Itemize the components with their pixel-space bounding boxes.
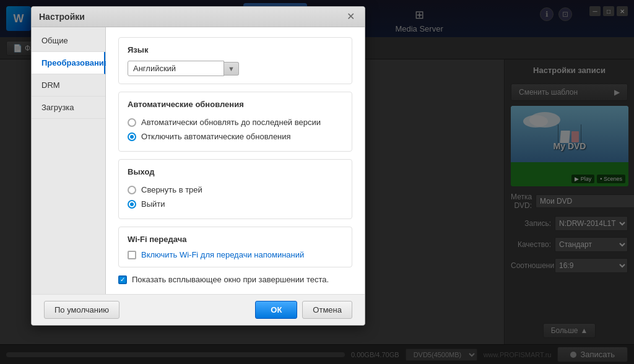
updates-auto-option[interactable]: Автоматически обновлять до последней вер…: [128, 118, 343, 127]
exit-quit-radio[interactable]: [128, 200, 136, 209]
sidebar-item-download[interactable]: Загрузка: [32, 97, 105, 119]
modal-overlay: Настройки ✕ Общие Преобразование DRM: [0, 0, 634, 364]
updates-auto-radio[interactable]: [128, 118, 136, 127]
exit-quit-label: Выйти: [141, 199, 165, 209]
dialog-header: Настройки ✕: [32, 7, 365, 27]
language-select[interactable]: Английский Русский: [128, 61, 224, 76]
dialog-body: Общие Преобразование DRM Загрузка: [32, 27, 365, 294]
wifi-section: Wi-Fi передача Включить Wi-Fi для переда…: [118, 227, 352, 267]
show-popup-label: Показать всплывающее окно при завершении…: [132, 275, 329, 284]
footer-right: ОК Отмена: [255, 301, 352, 319]
exit-section: Выход Свернуть в трей Выйти: [118, 159, 352, 219]
reset-defaults-button[interactable]: По умолчанию: [44, 301, 119, 319]
language-section: Язык Английский Русский ▼: [118, 37, 352, 84]
updates-auto-label: Автоматически обновлять до последней вер…: [141, 118, 321, 127]
updates-disable-radio[interactable]: [128, 132, 136, 141]
footer-left: По умолчанию: [44, 301, 119, 319]
exit-tray-label: Свернуть в трей: [141, 185, 202, 194]
updates-disable-option[interactable]: Отключить автоматические обновления: [128, 132, 343, 141]
wifi-section-title: Wi-Fi передача: [128, 235, 343, 244]
sidebar-item-drm[interactable]: DRM: [32, 74, 105, 97]
show-popup-item[interactable]: ✓ Показать всплывающее окно при завершен…: [118, 275, 352, 284]
wifi-checkbox-label[interactable]: Включить Wi-Fi для передачи напоминаний: [141, 250, 304, 259]
updates-section-title: Автоматические обновления: [128, 100, 343, 109]
exit-radio-group: Свернуть в трей Выйти: [128, 183, 343, 211]
dialog-footer: По умолчанию ОК Отмена: [32, 294, 365, 325]
sidebar-item-transform[interactable]: Преобразование: [32, 52, 105, 74]
exit-section-title: Выход: [128, 167, 343, 176]
wifi-checkbox-item[interactable]: Включить Wi-Fi для передачи напоминаний: [128, 250, 343, 259]
language-section-title: Язык: [128, 45, 343, 54]
cancel-button[interactable]: Отмена: [302, 301, 352, 319]
dialog-content: Язык Английский Русский ▼ Автоматические…: [106, 27, 365, 294]
dialog-title: Настройки: [39, 12, 85, 22]
show-popup-checkbox[interactable]: ✓: [118, 275, 127, 284]
ok-button[interactable]: ОК: [255, 301, 297, 319]
language-dropdown-arrow[interactable]: ▼: [224, 62, 239, 76]
updates-disable-label: Отключить автоматические обновления: [141, 132, 291, 141]
dialog-close-button[interactable]: ✕: [344, 12, 357, 22]
exit-tray-radio[interactable]: [128, 186, 136, 194]
exit-tray-option[interactable]: Свернуть в трей: [128, 185, 343, 194]
language-selector: Английский Русский ▼: [128, 61, 239, 76]
wifi-checkbox[interactable]: [128, 251, 136, 259]
updates-radio-group: Автоматически обновлять до последней вер…: [128, 115, 343, 144]
dialog-sidebar: Общие Преобразование DRM Загрузка: [32, 27, 106, 294]
updates-section: Автоматические обновления Автоматически …: [118, 92, 352, 152]
settings-dialog: Настройки ✕ Общие Преобразование DRM: [31, 6, 365, 326]
sidebar-item-general[interactable]: Общие: [32, 30, 105, 52]
exit-quit-option[interactable]: Выйти: [128, 199, 343, 209]
